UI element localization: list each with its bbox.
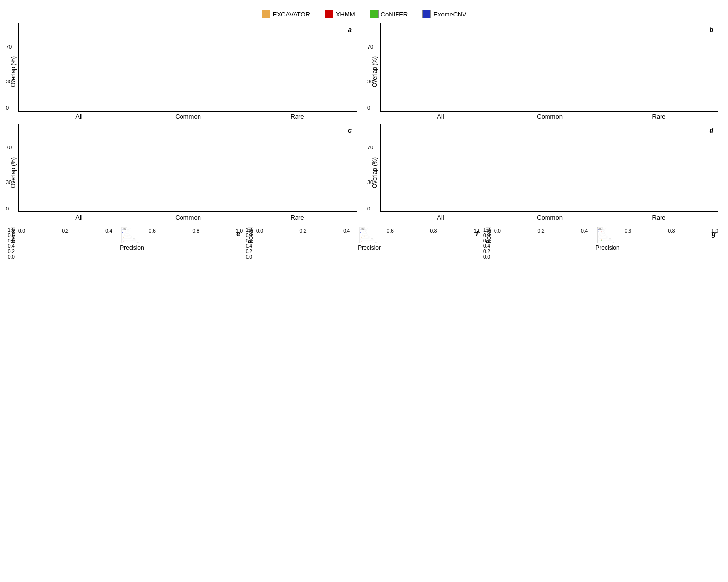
svg-point-14 xyxy=(123,229,123,230)
gridline-30 xyxy=(19,84,357,84)
panel-c-ylabel: Overlap (%) xyxy=(10,124,17,221)
scatter-svg-e: f=0.1 f=0.2 f=0.3 f=0.4 f=0.5 f=0.6 f=0.… xyxy=(18,227,243,243)
svg-text:f=0.6: f=0.6 xyxy=(130,236,132,236)
panel-f-area: Recall 1.0 0.8 0.6 0.4 0.2 0.0 xyxy=(248,227,480,243)
svg-text:Conrad: Conrad xyxy=(599,228,601,229)
panel-d-ylabel: Overlap (%) xyxy=(371,124,378,221)
ytick-0.0-f: 0.0 xyxy=(246,254,252,259)
panel-f-label: f xyxy=(476,230,478,238)
xhmm-color xyxy=(325,10,333,18)
excavator-color xyxy=(262,10,270,18)
svg-marker-39 xyxy=(361,237,361,238)
xlabel-common-c: Common xyxy=(133,214,243,221)
exomecnv-label: ExomeCNV xyxy=(433,11,466,18)
ytick-30: 30 xyxy=(6,79,12,84)
svg-text:f=0.6: f=0.6 xyxy=(368,236,369,236)
panel-e-xlabel: Precision xyxy=(21,244,243,251)
scatter-row: Recall 1.0 0.8 0.6 0.4 0.2 0.0 xyxy=(10,227,718,251)
panel-d-plot: d 0 30 70 xyxy=(380,124,718,212)
svg-point-66 xyxy=(601,239,602,240)
scatter-svg-f: f=0.1 f=0.2 f=0.3 f=0.4 f=0.5 f=0.6 f=0.… xyxy=(256,227,480,243)
svg-text:f=0.7: f=0.7 xyxy=(129,234,130,234)
xlabel-rare-a: Rare xyxy=(243,113,352,120)
svg-text:f=0.3: f=0.3 xyxy=(373,240,375,240)
svg-point-43 xyxy=(364,236,365,236)
svg-text:f=0.2: f=0.2 xyxy=(375,241,376,241)
panel-a: Overlap (%) a 0 30 70 xyxy=(10,23,357,120)
svg-text:f=0.2: f=0.2 xyxy=(612,241,614,241)
xlabel-all-c: All xyxy=(24,214,133,221)
panel-e-area: Recall 1.0 0.8 0.6 0.4 0.2 0.0 xyxy=(10,227,243,243)
svg-text:f=0.1: f=0.1 xyxy=(137,242,139,243)
panel-d-label: d xyxy=(709,127,713,134)
ytick-70-d: 70 xyxy=(367,145,373,150)
panel-c-xlabels: All Common Rare xyxy=(19,212,357,221)
svg-point-45 xyxy=(375,242,376,242)
svg-text:Conrad: Conrad xyxy=(123,228,125,229)
panel-e-label: e xyxy=(236,230,240,238)
ytick-0.0-e: 0.0 xyxy=(8,254,15,259)
svg-text:f=0.8: f=0.8 xyxy=(127,232,129,232)
svg-text:f=0.1: f=0.1 xyxy=(375,242,377,243)
panel-f-xlabel: Precision xyxy=(259,244,480,251)
svg-text:f=0.5: f=0.5 xyxy=(132,237,133,237)
svg-point-68 xyxy=(601,240,601,241)
panel-g-area: Recall 1.0 0.8 0.6 0.4 0.2 0.0 xyxy=(485,227,718,243)
gridline-70-c xyxy=(19,150,357,150)
xlabel-rare-d: Rare xyxy=(604,214,713,221)
panel-d: Overlap (%) d 0 30 70 xyxy=(371,124,718,221)
svg-text:f=0.8: f=0.8 xyxy=(365,232,366,232)
panel-f-ylabel: Recall xyxy=(248,227,254,243)
ytick-30-d: 30 xyxy=(367,179,373,185)
svg-text:f=0.1: f=0.1 xyxy=(613,242,614,243)
panel-b: Overlap (%) b 0 30 70 xyxy=(371,23,718,120)
svg-text:Conrad: Conrad xyxy=(361,228,363,229)
ytick-0.2-e: 0.2 xyxy=(8,249,15,254)
svg-point-42 xyxy=(360,232,361,233)
svg-point-67 xyxy=(601,231,602,231)
panel-c-chart: Overlap (%) c 0 30 70 xyxy=(10,124,357,221)
panel-g-ylabel: Recall xyxy=(485,227,492,243)
panel-a-plot: a 0 30 70 xyxy=(18,23,357,112)
panel-e: Recall 1.0 0.8 0.6 0.4 0.2 0.0 xyxy=(10,227,243,251)
panel-f: Recall 1.0 0.8 0.6 0.4 0.2 0.0 xyxy=(248,227,480,251)
gridline-70-d xyxy=(381,150,718,150)
svg-point-44 xyxy=(361,241,361,241)
gridline-30-d xyxy=(381,185,718,185)
gridline-70 xyxy=(19,49,357,49)
svg-point-60 xyxy=(598,229,599,230)
ytick-30-b: 30 xyxy=(367,79,373,84)
xlabel-all-d: All xyxy=(386,214,495,221)
svg-point-20 xyxy=(127,236,127,236)
ytick-70-c: 70 xyxy=(6,145,12,150)
ytick-70-b: 70 xyxy=(367,44,373,49)
exomecnv-color xyxy=(422,10,431,18)
svg-text:f=0.8: f=0.8 xyxy=(603,232,604,232)
panel-c-plot: c 0 30 70 xyxy=(18,124,357,212)
gridline-70-b xyxy=(381,49,718,49)
svg-text:f=0.5: f=0.5 xyxy=(608,237,609,237)
svg-text:f=0.4: f=0.4 xyxy=(372,238,373,239)
panel-d-xlabels: All Common Rare xyxy=(381,212,718,221)
panel-b-inner: b 0 30 70 xyxy=(380,23,718,120)
panel-a-xlabels: All Common Rare xyxy=(19,112,357,120)
svg-point-22 xyxy=(137,242,138,242)
ytick-0.4-f: 0.4 xyxy=(246,243,252,249)
panel-e-ylabel: Recall xyxy=(10,227,17,243)
ytick-0.2-f: 0.2 xyxy=(246,249,252,254)
panel-g-xlabel: Precision xyxy=(497,244,718,251)
svg-text:f=0.4: f=0.4 xyxy=(134,238,135,239)
panel-d-chart: Overlap (%) d 0 30 70 xyxy=(371,124,718,221)
xlabel-rare-c: Rare xyxy=(243,214,352,221)
svg-text:f=0.2: f=0.2 xyxy=(137,241,138,241)
ytick-0.0-g: 0.0 xyxy=(483,254,490,259)
ytick-0: 0 xyxy=(6,105,9,111)
svg-text:f=0.4: f=0.4 xyxy=(610,238,611,239)
legend: EXCAVATOR XHMM CoNIFER ExomeCNV xyxy=(10,10,718,18)
legend-conifer: CoNIFER xyxy=(370,10,408,18)
panel-d-inner: d 0 30 70 xyxy=(380,124,718,221)
ytick-0.4-e: 0.4 xyxy=(8,243,15,249)
panel-a-chart: Overlap (%) a 0 30 70 xyxy=(10,23,357,120)
panel-b-plot: b 0 30 70 xyxy=(380,23,718,112)
svg-text:f=0.3: f=0.3 xyxy=(611,240,612,240)
